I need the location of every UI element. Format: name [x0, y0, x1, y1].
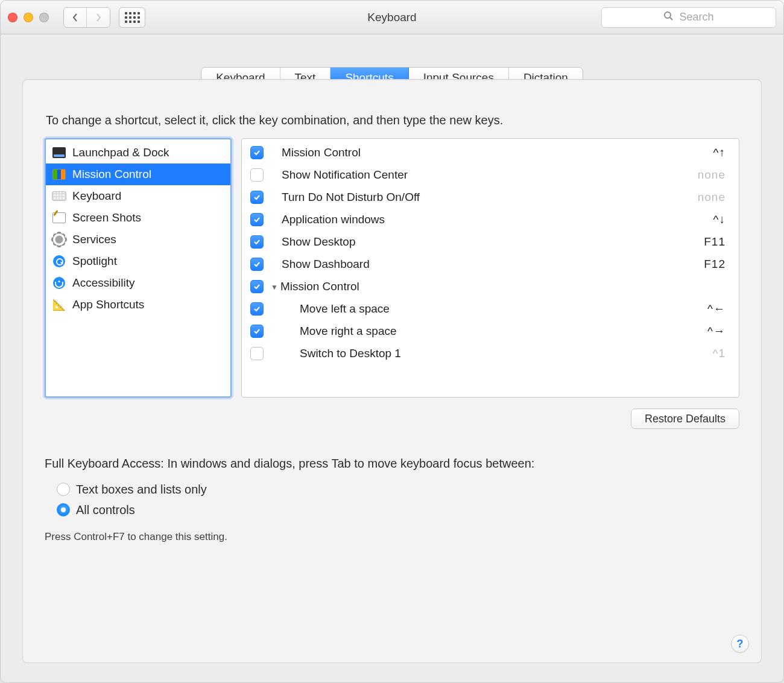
- keyboard-icon: [52, 189, 66, 203]
- shortcut-key[interactable]: none: [698, 191, 726, 204]
- shortcut-key[interactable]: ^→: [707, 325, 726, 338]
- minimize-window-button[interactable]: [24, 13, 33, 22]
- enable-checkbox[interactable]: [250, 258, 264, 271]
- fka-option-all-controls[interactable]: All controls: [57, 500, 739, 520]
- category-services[interactable]: Services: [46, 229, 230, 250]
- shortcut-label: Show Notification Center: [282, 168, 408, 182]
- shortcut-group-row[interactable]: ▼ Mission Control: [242, 275, 739, 297]
- category-label: Mission Control: [72, 168, 151, 181]
- shortcut-label: Turn Do Not Disturb On/Off: [282, 191, 420, 204]
- enable-checkbox[interactable]: [250, 325, 264, 338]
- button-label: Restore Defaults: [645, 413, 726, 425]
- prefs-window: Keyboard Search Keyboard Text Shortcuts …: [0, 0, 784, 683]
- launchpad-icon: [52, 146, 66, 159]
- shortcut-row[interactable]: Turn Do Not Disturb On/Off none: [242, 186, 739, 208]
- panes: Launchpad & Dock Mission Control Keyboar…: [45, 138, 739, 398]
- radio-button[interactable]: [57, 503, 70, 516]
- shortcut-label: Move left a space: [300, 302, 390, 316]
- back-button[interactable]: [64, 8, 87, 27]
- enable-checkbox[interactable]: [250, 302, 264, 316]
- enable-checkbox[interactable]: [250, 280, 264, 293]
- enable-checkbox[interactable]: [250, 213, 264, 226]
- category-launchpad-dock[interactable]: Launchpad & Dock: [46, 142, 230, 164]
- search-icon: [663, 11, 673, 24]
- shortcut-key[interactable]: ^1: [713, 347, 726, 360]
- window-controls: [8, 13, 49, 22]
- shortcut-key[interactable]: ^↓: [713, 213, 726, 226]
- category-accessibility[interactable]: Accessibility: [46, 272, 230, 294]
- category-spotlight[interactable]: Spotlight: [46, 250, 230, 272]
- enable-checkbox[interactable]: [250, 168, 264, 182]
- restore-defaults-button[interactable]: Restore Defaults: [631, 408, 739, 429]
- shortcut-key[interactable]: F11: [704, 235, 726, 249]
- category-app-shortcuts[interactable]: 📐 App Shortcuts: [46, 294, 230, 316]
- restore-wrap: Restore Defaults: [45, 408, 739, 429]
- app-shortcuts-icon: 📐: [52, 298, 66, 311]
- shortcut-label: Move right a space: [300, 325, 397, 338]
- shortcut-row[interactable]: Application windows ^↓: [242, 208, 739, 230]
- enable-checkbox[interactable]: [250, 235, 264, 249]
- fka-hint: Press Control+F7 to change this setting.: [45, 531, 739, 543]
- svg-point-0: [665, 12, 671, 18]
- category-label: Services: [72, 233, 116, 246]
- category-mission-control[interactable]: Mission Control: [46, 164, 230, 185]
- radio-button[interactable]: [57, 483, 70, 496]
- category-label: Spotlight: [72, 255, 117, 268]
- shortcut-row[interactable]: Move right a space ^→: [242, 320, 739, 342]
- shortcut-key[interactable]: F12: [704, 258, 726, 271]
- shortcut-list[interactable]: Mission Control ^↑ Show Notification Cen…: [241, 138, 739, 398]
- category-label: App Shortcuts: [72, 298, 144, 311]
- nav-buttons: [63, 7, 110, 28]
- enable-checkbox[interactable]: [250, 146, 264, 159]
- shortcut-row[interactable]: Switch to Desktop 1 ^1: [242, 342, 739, 364]
- help-icon: ?: [737, 638, 744, 650]
- shortcut-label: Switch to Desktop 1: [300, 347, 401, 360]
- category-label: Screen Shots: [72, 211, 141, 224]
- spotlight-icon: [52, 255, 66, 268]
- instruction-text: To change a shortcut, select it, click t…: [46, 113, 739, 127]
- disclosure-triangle-icon[interactable]: ▼: [271, 283, 278, 291]
- svg-line-1: [670, 17, 672, 20]
- shortcut-label: Mission Control: [282, 146, 361, 159]
- category-label: Launchpad & Dock: [72, 146, 169, 159]
- zoom-window-button: [39, 13, 49, 22]
- fka-option-text-boxes[interactable]: Text boxes and lists only: [57, 479, 739, 500]
- help-button[interactable]: ?: [731, 635, 749, 653]
- screenshots-icon: [52, 211, 66, 224]
- content-well: To change a shortcut, select it, click t…: [22, 79, 762, 663]
- category-list[interactable]: Launchpad & Dock Mission Control Keyboar…: [45, 138, 232, 398]
- shortcut-label: Show Desktop: [282, 235, 356, 249]
- shortcut-row[interactable]: Show Desktop F11: [242, 230, 739, 253]
- shortcut-label: Mission Control: [280, 280, 359, 293]
- shortcut-key[interactable]: ^←: [707, 302, 726, 316]
- titlebar: Keyboard Search: [1, 1, 783, 34]
- enable-checkbox[interactable]: [250, 347, 264, 360]
- shortcut-row[interactable]: Move left a space ^←: [242, 297, 739, 320]
- category-screen-shots[interactable]: Screen Shots: [46, 207, 230, 229]
- category-label: Keyboard: [72, 189, 121, 203]
- shortcut-key[interactable]: ^↑: [713, 146, 726, 159]
- mission-control-icon: [52, 168, 66, 181]
- services-icon: [52, 233, 66, 246]
- category-keyboard[interactable]: Keyboard: [46, 185, 230, 207]
- fka-radio-group: Text boxes and lists only All controls: [57, 479, 739, 520]
- search-field[interactable]: Search: [601, 7, 776, 28]
- shortcut-label: Application windows: [282, 213, 385, 226]
- shortcut-row[interactable]: Show Dashboard F12: [242, 253, 739, 275]
- category-label: Accessibility: [72, 276, 134, 290]
- search-placeholder: Search: [679, 11, 713, 24]
- show-all-prefs-button[interactable]: [119, 7, 145, 28]
- shortcut-label: Show Dashboard: [282, 258, 370, 271]
- close-window-button[interactable]: [8, 13, 17, 22]
- accessibility-icon: [52, 276, 66, 290]
- enable-checkbox[interactable]: [250, 191, 264, 204]
- shortcut-key[interactable]: none: [698, 168, 726, 182]
- shortcut-row[interactable]: Mission Control ^↑: [242, 141, 739, 164]
- forward-button[interactable]: [87, 8, 110, 27]
- radio-label: All controls: [76, 503, 135, 517]
- grid-icon: [125, 12, 140, 23]
- radio-label: Text boxes and lists only: [76, 483, 207, 497]
- fka-heading: Full Keyboard Access: In windows and dia…: [45, 457, 739, 471]
- shortcut-row[interactable]: Show Notification Center none: [242, 164, 739, 186]
